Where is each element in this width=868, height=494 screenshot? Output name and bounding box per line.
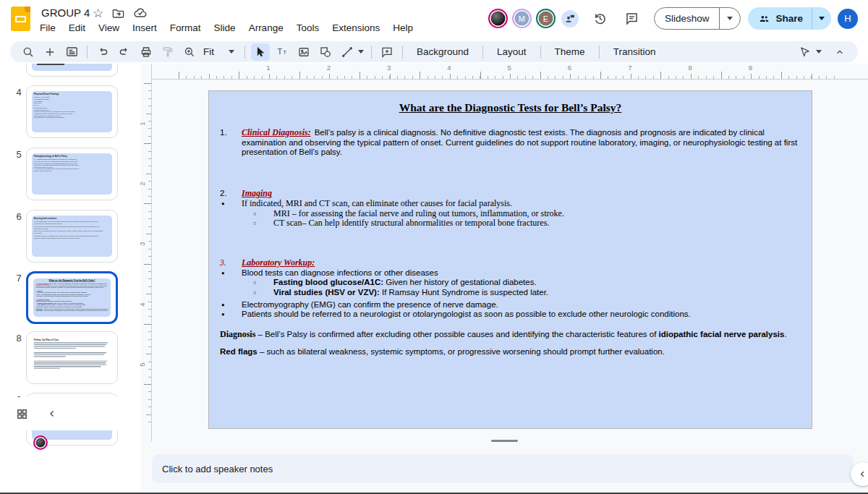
menu-item-insert[interactable]: Insert (126, 21, 163, 35)
vertical-ruler: 12345 (141, 64, 152, 441)
print-icon[interactable] (137, 43, 156, 61)
slide-thumbnail-6[interactable]: Nursing Interventions1.Patient Education… (26, 210, 118, 263)
red-flags-paragraph: Red flags – such as bilateral weakness, … (220, 347, 803, 357)
menu-item-help[interactable]: Help (386, 21, 420, 35)
shape-tool[interactable] (316, 43, 335, 61)
move-folder-icon[interactable] (111, 7, 125, 20)
horizontal-ruler: 123456789 (152, 64, 868, 80)
redo-icon[interactable] (115, 43, 134, 61)
version-history-icon[interactable] (592, 11, 608, 27)
background-button[interactable]: Background (407, 46, 478, 57)
slide-thumbnail-4[interactable]: Physical Exam FindingsGeneral: Alert, or… (26, 85, 118, 138)
share-button[interactable]: Share (748, 7, 831, 30)
slide-thumbnail-7[interactable]: What are the Diagnostic Tests for Bell’s… (26, 271, 118, 324)
thumbnail-title: Nursing Interventions (34, 217, 111, 219)
thumbnail-text-line: Red flags – such as bilateral weakness, … (35, 310, 108, 312)
text-box-tool[interactable]: TT (273, 43, 292, 61)
thumbnail-text-bar (34, 366, 101, 367)
new-slide-button[interactable] (41, 43, 59, 61)
menu-item-arrange[interactable]: Arrange (242, 21, 290, 35)
thumbnail-text-bar (34, 346, 105, 346)
slideshow-button[interactable]: Slideshow (654, 7, 741, 30)
menu-item-view[interactable]: View (92, 21, 126, 35)
account-avatar[interactable]: H (838, 9, 858, 29)
line-tool[interactable] (338, 43, 357, 61)
collaborator-avatar-photo[interactable] (488, 9, 508, 28)
ruler-number-h: 6 (568, 64, 571, 72)
sub-bullet-mri: ○ MRI – for assessing the facial nerve a… (220, 209, 803, 219)
paint-format-icon[interactable] (158, 43, 177, 61)
slides-logo[interactable] (11, 7, 30, 31)
grid-view-icon[interactable] (16, 408, 28, 420)
slide-thumbnail-5[interactable]: Pathophysiology of Bell's Palsy1. A cond… (26, 148, 118, 200)
slide-body-text[interactable]: 1. Clinical Diagnosis:Bell’s palsy is a … (220, 128, 803, 357)
pen-tool-icon[interactable] (796, 43, 814, 61)
cloud-status-icon[interactable] (133, 6, 148, 20)
slideshow-dropdown[interactable] (719, 8, 740, 29)
laboratory-heading: Laboratory Workup: (242, 258, 315, 268)
collaborator-presence-avatar (33, 435, 48, 450)
share-dropdown[interactable] (812, 7, 831, 30)
collaborator-avatar-e[interactable]: E (536, 9, 556, 28)
line-tool-dropdown[interactable] (358, 50, 364, 54)
thumbnail-text-bar (34, 344, 106, 345)
viewer-badge-icon[interactable] (561, 10, 579, 27)
menu-item-extensions[interactable]: Extensions (326, 21, 386, 35)
sub-bullet-ct: ○ CT scan– Can help identify structural … (220, 218, 803, 229)
ruler-number-h: 9 (749, 64, 752, 72)
comment-icon[interactable] (624, 11, 640, 27)
collapse-filmstrip-icon[interactable] (47, 409, 57, 419)
speaker-notes-placeholder: Click to add speaker notes (162, 464, 273, 474)
select-tool[interactable] (251, 43, 270, 61)
zoom-icon[interactable] (180, 43, 199, 61)
ruler-number-v: 1 (138, 122, 146, 125)
current-slide[interactable]: What are the Diagnostic Tests for Bell’s… (208, 90, 812, 429)
ruler-number-h: 1 (266, 64, 270, 72)
slide-number-5: 5 (13, 149, 25, 160)
filmstrip-footer (0, 397, 141, 430)
menu-item-file[interactable]: File (33, 21, 62, 35)
thumbnail-text-bar (34, 356, 66, 357)
undo-icon[interactable] (93, 43, 112, 61)
hide-menus-icon[interactable] (830, 43, 849, 61)
ruler-number-h: 4 (447, 64, 451, 72)
share-label: Share (775, 13, 803, 24)
hide-side-panel-button[interactable] (851, 462, 868, 486)
layout-button[interactable]: Layout (488, 46, 536, 57)
insert-image-tool[interactable] (294, 43, 313, 61)
collaborator-avatar-m[interactable]: M (512, 9, 532, 28)
menu-item-edit[interactable]: Edit (62, 21, 92, 35)
zoom-select[interactable]: Fit (200, 46, 240, 57)
star-icon[interactable]: ☆ (93, 7, 103, 20)
insert-comment-icon[interactable] (378, 43, 396, 61)
thumbnail-title: Physical Exam Findings (34, 93, 111, 95)
slide-thumbnail-partial[interactable] (26, 64, 118, 77)
menu-item-slide[interactable]: Slide (208, 21, 242, 35)
notes-resize-handle[interactable] (491, 440, 518, 442)
ruler-number-v: 3 (138, 242, 146, 246)
theme-button[interactable]: Theme (545, 46, 595, 57)
new-slide-layout-icon[interactable] (62, 43, 81, 61)
thumbnail-content: Physical Exam FindingsGeneral: Alert, or… (32, 91, 112, 120)
thumbnail-title: Pathophysiology of Bell's Palsy (34, 155, 111, 157)
thumbnail-slide-surface: Nursing Interventions1.Patient Education… (32, 216, 112, 257)
menu-item-tools[interactable]: Tools (290, 21, 326, 35)
diagnosis-paragraph: Diagnosis – Bell’s Palsy is confirmed af… (220, 330, 803, 340)
thumbnail-gap (34, 358, 111, 359)
thumbnail-text-bar (34, 365, 106, 365)
search-menus-icon[interactable] (19, 43, 38, 61)
speaker-notes-panel[interactable]: Click to add speaker notes (152, 454, 854, 483)
menu-item-format[interactable]: Format (163, 21, 208, 35)
transition-button[interactable]: Transition (604, 46, 665, 57)
slide-title[interactable]: What are the Diagnostic Tests for Bell’s… (209, 101, 812, 114)
document-title[interactable]: GROUP 4 (41, 7, 90, 19)
slide-thumbnail-8[interactable]: Follow- Up Plan of Care (26, 331, 118, 384)
zoom-value: Fit (203, 46, 214, 57)
thumbnail-title: Follow- Up Plan of Care (34, 338, 111, 341)
pen-tool-dropdown[interactable] (816, 50, 822, 54)
editing-canvas: 123456789 12345 What are the Diagnostic … (141, 64, 868, 494)
avatar-initial: M (519, 14, 525, 23)
thumbnail-text-line: No weakness or abnormalities in extremit… (34, 116, 111, 119)
thumbnail-slide-surface (32, 64, 112, 71)
thumbnail-text-seg: – such as bilateral weakness, systemic s… (43, 310, 109, 311)
